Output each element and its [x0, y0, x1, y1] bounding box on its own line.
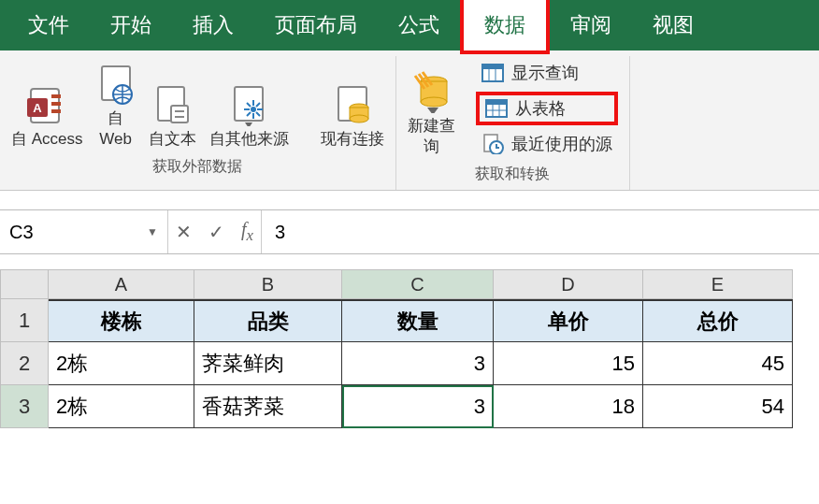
formula-bar-buttons: ✕ ✓ fx [168, 210, 262, 253]
cell[interactable]: 45 [643, 342, 793, 385]
from-access-label: 自 Access [11, 129, 83, 150]
menu-review[interactable]: 审阅 [550, 0, 632, 50]
from-table-label: 从表格 [515, 97, 566, 120]
rows: 1 楼栋 品类 数量 单价 总价 2 2栋 荠菜鲜肉 3 15 45 3 2栋 … [0, 299, 819, 428]
ribbon-group-get-transform: 新建查 询 显示查询 从表格 最近使用的源 获取和转换 [396, 56, 630, 190]
show-query-button[interactable]: 显示查询 [476, 60, 618, 86]
from-web-label: 自 Web [99, 108, 132, 150]
from-web-button[interactable]: 自 Web [96, 60, 136, 150]
from-text-button[interactable]: 自文本 [149, 80, 196, 150]
text-file-icon [152, 80, 192, 129]
menu-home[interactable]: 开始 [90, 0, 172, 50]
other-source-icon [229, 80, 268, 129]
col-header-A[interactable]: A [49, 269, 194, 299]
confirm-button[interactable]: ✓ [208, 221, 224, 243]
cell-active[interactable]: 3 [342, 385, 494, 428]
menu-formula[interactable]: 公式 [378, 0, 460, 50]
cell[interactable]: 15 [494, 342, 643, 385]
from-access-button[interactable]: A 自 Access [11, 80, 83, 150]
new-query-icon [410, 67, 453, 116]
from-table-icon [485, 99, 508, 118]
row-header-3[interactable]: 3 [0, 385, 49, 428]
svg-rect-28 [486, 100, 507, 105]
svg-rect-3 [51, 94, 61, 98]
col-header-C[interactable]: C [342, 269, 494, 299]
menu-data[interactable]: 数据 [460, 0, 550, 54]
menu-file[interactable]: 文件 [7, 0, 90, 50]
name-box-dropdown-icon[interactable]: ▼ [147, 225, 158, 238]
menu-bar: 文件 开始 插入 页面布局 公式 数据 审阅 视图 [0, 0, 819, 50]
menu-view[interactable]: 视图 [632, 0, 714, 50]
cell[interactable]: 54 [643, 385, 793, 428]
fx-button[interactable]: fx [241, 219, 253, 245]
svg-marker-22 [427, 108, 438, 113]
recent-source-label: 最近使用的源 [511, 133, 612, 155]
existing-conn-label: 现有连接 [321, 129, 384, 150]
header-cell[interactable]: 品类 [194, 299, 342, 342]
header-cell[interactable]: 数量 [342, 299, 494, 342]
table-row: 3 2栋 香菇荠菜 3 18 54 [0, 385, 819, 428]
svg-point-13 [251, 107, 256, 112]
recent-source-icon [481, 134, 504, 154]
col-header-B[interactable]: B [194, 269, 342, 299]
recent-source-button[interactable]: 最近使用的源 [476, 131, 618, 157]
cell[interactable]: 香菇荠菜 [194, 385, 342, 428]
new-query-label: 新建查 询 [408, 116, 455, 157]
web-icon [96, 60, 136, 108]
svg-rect-9 [171, 106, 188, 122]
cancel-button[interactable]: ✕ [176, 221, 192, 243]
group-get-transform-label: 获取和转换 [475, 165, 550, 184]
show-query-icon [481, 64, 504, 82]
cell[interactable]: 2栋 [49, 342, 194, 385]
row-header-1[interactable]: 1 [0, 299, 49, 342]
cell[interactable]: 3 [342, 342, 494, 385]
svg-rect-5 [51, 109, 61, 113]
existing-conn-button[interactable]: 现有连接 [321, 80, 384, 150]
ribbon-group-external-data: A 自 Access 自 Web 自文本 自其他来源 [0, 56, 396, 190]
formula-input[interactable]: 3 [262, 210, 819, 253]
formula-bar: C3 ▼ ✕ ✓ fx 3 [0, 209, 819, 254]
from-text-label: 自文本 [149, 129, 196, 150]
menu-insert[interactable]: 插入 [172, 0, 254, 50]
col-header-D[interactable]: D [494, 269, 643, 299]
column-headers: A B C D E [0, 269, 819, 299]
svg-rect-4 [51, 102, 61, 106]
spreadsheet: A B C D E 1 楼栋 品类 数量 单价 总价 2 2栋 荠菜鲜肉 3 1… [0, 269, 819, 428]
svg-point-21 [421, 97, 447, 107]
name-box[interactable]: C3 ▼ [0, 210, 168, 253]
header-cell[interactable]: 单价 [494, 299, 643, 342]
name-box-value: C3 [9, 222, 34, 243]
from-other-button[interactable]: 自其他来源 [209, 80, 289, 150]
from-table-button[interactable]: 从表格 [476, 92, 618, 125]
cell[interactable]: 18 [494, 385, 643, 428]
table-row: 1 楼栋 品类 数量 单价 总价 [0, 299, 819, 342]
new-query-button[interactable]: 新建查 询 [408, 67, 455, 157]
table-row: 2 2栋 荠菜鲜肉 3 15 45 [0, 342, 819, 385]
header-cell[interactable]: 楼栋 [49, 299, 194, 342]
formula-value: 3 [275, 222, 285, 243]
col-header-E[interactable]: E [643, 269, 793, 299]
svg-marker-14 [245, 122, 252, 126]
cell[interactable]: 2栋 [49, 385, 194, 428]
header-cell[interactable]: 总价 [643, 299, 793, 342]
group-external-data-label: 获取外部数据 [152, 157, 242, 177]
svg-rect-24 [482, 65, 503, 69]
access-icon: A [25, 80, 68, 129]
svg-point-18 [350, 115, 368, 122]
existing-conn-icon [333, 80, 372, 129]
ribbon: A 自 Access 自 Web 自文本 自其他来源 [0, 50, 819, 191]
cell[interactable]: 荠菜鲜肉 [194, 342, 342, 385]
svg-text:A: A [34, 101, 43, 115]
row-header-2[interactable]: 2 [0, 342, 49, 385]
select-all-corner[interactable] [0, 269, 49, 299]
menu-page-layout[interactable]: 页面布局 [254, 0, 378, 50]
from-other-label: 自其他来源 [209, 129, 289, 150]
show-query-label: 显示查询 [511, 62, 579, 84]
